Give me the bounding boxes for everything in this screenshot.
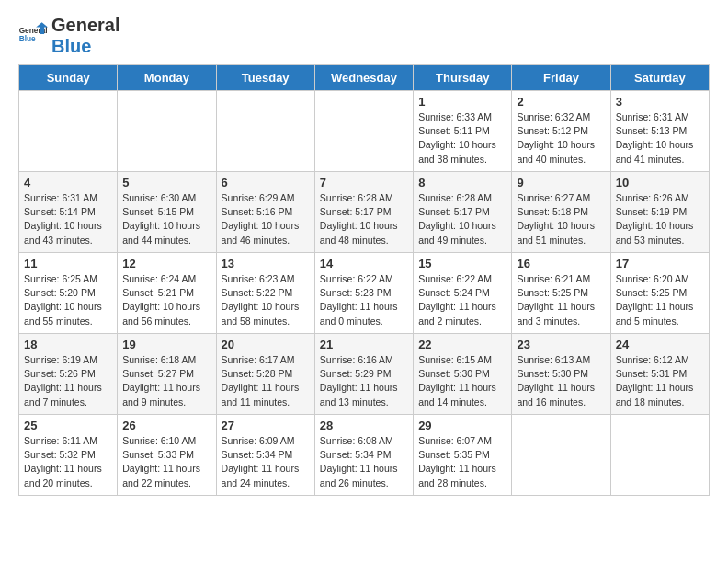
day-number: 17 xyxy=(616,257,704,270)
day-info: Sunrise: 6:31 AM Sunset: 5:14 PM Dayligh… xyxy=(24,191,112,247)
calendar-body: 1Sunrise: 6:33 AM Sunset: 5:11 PM Daylig… xyxy=(19,91,710,496)
calendar-table: SundayMondayTuesdayWednesdayThursdayFrid… xyxy=(18,64,710,496)
day-info: Sunrise: 6:22 AM Sunset: 5:24 PM Dayligh… xyxy=(418,272,506,328)
day-info: Sunrise: 6:26 AM Sunset: 5:19 PM Dayligh… xyxy=(616,191,704,247)
day-number: 25 xyxy=(24,419,112,432)
day-info: Sunrise: 6:25 AM Sunset: 5:20 PM Dayligh… xyxy=(24,272,112,328)
day-info: Sunrise: 6:16 AM Sunset: 5:29 PM Dayligh… xyxy=(320,353,408,409)
calendar-cell: 25Sunrise: 6:11 AM Sunset: 5:32 PM Dayli… xyxy=(19,415,118,496)
day-of-week-header: Sunday xyxy=(19,65,118,91)
day-info: Sunrise: 6:30 AM Sunset: 5:15 PM Dayligh… xyxy=(122,191,210,247)
calendar-cell: 27Sunrise: 6:09 AM Sunset: 5:34 PM Dayli… xyxy=(216,415,314,496)
calendar-cell: 13Sunrise: 6:23 AM Sunset: 5:22 PM Dayli… xyxy=(216,253,314,334)
day-info: Sunrise: 6:28 AM Sunset: 5:17 PM Dayligh… xyxy=(320,191,408,247)
day-of-week-header: Monday xyxy=(118,65,216,91)
calendar-cell: 8Sunrise: 6:28 AM Sunset: 5:17 PM Daylig… xyxy=(414,172,512,253)
calendar-cell: 15Sunrise: 6:22 AM Sunset: 5:24 PM Dayli… xyxy=(414,253,512,334)
day-number: 22 xyxy=(418,338,506,351)
day-of-week-header: Saturday xyxy=(610,65,709,91)
calendar-cell: 19Sunrise: 6:18 AM Sunset: 5:27 PM Dayli… xyxy=(118,334,216,415)
day-info: Sunrise: 6:28 AM Sunset: 5:17 PM Dayligh… xyxy=(418,191,506,247)
calendar-cell: 1Sunrise: 6:33 AM Sunset: 5:11 PM Daylig… xyxy=(414,91,512,172)
calendar-cell: 2Sunrise: 6:32 AM Sunset: 5:12 PM Daylig… xyxy=(512,91,610,172)
calendar-cell: 9Sunrise: 6:27 AM Sunset: 5:18 PM Daylig… xyxy=(512,172,610,253)
day-number: 12 xyxy=(122,257,210,270)
day-info: Sunrise: 6:12 AM Sunset: 5:31 PM Dayligh… xyxy=(616,353,704,409)
day-info: Sunrise: 6:10 AM Sunset: 5:33 PM Dayligh… xyxy=(122,434,210,490)
day-info: Sunrise: 6:24 AM Sunset: 5:21 PM Dayligh… xyxy=(122,272,210,328)
day-info: Sunrise: 6:13 AM Sunset: 5:30 PM Dayligh… xyxy=(517,353,605,409)
calendar-week-row: 4Sunrise: 6:31 AM Sunset: 5:14 PM Daylig… xyxy=(19,172,710,253)
calendar-cell xyxy=(216,91,314,172)
calendar-cell: 3Sunrise: 6:31 AM Sunset: 5:13 PM Daylig… xyxy=(610,91,709,172)
calendar-cell xyxy=(118,91,216,172)
calendar-cell: 21Sunrise: 6:16 AM Sunset: 5:29 PM Dayli… xyxy=(314,334,413,415)
day-number: 19 xyxy=(122,338,210,351)
calendar-cell: 10Sunrise: 6:26 AM Sunset: 5:19 PM Dayli… xyxy=(610,172,709,253)
calendar-cell xyxy=(19,91,118,172)
calendar-cell: 11Sunrise: 6:25 AM Sunset: 5:20 PM Dayli… xyxy=(19,253,118,334)
calendar-cell: 20Sunrise: 6:17 AM Sunset: 5:28 PM Dayli… xyxy=(216,334,314,415)
calendar-cell: 14Sunrise: 6:22 AM Sunset: 5:23 PM Dayli… xyxy=(314,253,413,334)
day-of-week-header: Tuesday xyxy=(216,65,314,91)
calendar-cell xyxy=(610,415,709,496)
day-number: 28 xyxy=(320,419,408,432)
day-info: Sunrise: 6:32 AM Sunset: 5:12 PM Dayligh… xyxy=(517,110,605,167)
day-number: 7 xyxy=(320,176,408,190)
day-number: 11 xyxy=(24,257,112,270)
day-number: 5 xyxy=(122,176,210,190)
calendar-cell: 22Sunrise: 6:15 AM Sunset: 5:30 PM Dayli… xyxy=(414,334,512,415)
logo-icon: General Blue xyxy=(18,21,48,51)
day-number: 16 xyxy=(517,257,605,270)
calendar-week-row: 18Sunrise: 6:19 AM Sunset: 5:26 PM Dayli… xyxy=(19,334,710,415)
calendar-cell: 29Sunrise: 6:07 AM Sunset: 5:35 PM Dayli… xyxy=(414,415,512,496)
calendar-cell xyxy=(512,415,610,496)
day-number: 9 xyxy=(517,176,605,190)
day-info: Sunrise: 6:17 AM Sunset: 5:28 PM Dayligh… xyxy=(222,353,310,409)
day-info: Sunrise: 6:09 AM Sunset: 5:34 PM Dayligh… xyxy=(222,434,310,490)
day-number: 14 xyxy=(320,257,408,270)
calendar-week-row: 11Sunrise: 6:25 AM Sunset: 5:20 PM Dayli… xyxy=(19,253,710,334)
day-info: Sunrise: 6:31 AM Sunset: 5:13 PM Dayligh… xyxy=(616,110,704,167)
day-of-week-header: Thursday xyxy=(414,65,512,91)
day-number: 13 xyxy=(222,257,310,270)
day-info: Sunrise: 6:07 AM Sunset: 5:35 PM Dayligh… xyxy=(418,434,506,490)
calendar-cell: 26Sunrise: 6:10 AM Sunset: 5:33 PM Dayli… xyxy=(118,415,216,496)
day-of-week-header: Wednesday xyxy=(314,65,413,91)
calendar-cell: 7Sunrise: 6:28 AM Sunset: 5:17 PM Daylig… xyxy=(314,172,413,253)
day-number: 21 xyxy=(320,338,408,351)
day-number: 24 xyxy=(616,338,704,351)
day-info: Sunrise: 6:29 AM Sunset: 5:16 PM Dayligh… xyxy=(222,191,310,247)
logo-text-container: General Blue xyxy=(51,15,119,57)
day-number: 2 xyxy=(517,95,605,109)
day-number: 27 xyxy=(222,419,310,432)
logo: General Blue General Blue xyxy=(18,15,119,57)
calendar-cell: 17Sunrise: 6:20 AM Sunset: 5:25 PM Dayli… xyxy=(610,253,709,334)
day-number: 1 xyxy=(418,95,506,109)
calendar-cell: 24Sunrise: 6:12 AM Sunset: 5:31 PM Dayli… xyxy=(610,334,709,415)
day-info: Sunrise: 6:33 AM Sunset: 5:11 PM Dayligh… xyxy=(418,110,506,167)
calendar-week-row: 25Sunrise: 6:11 AM Sunset: 5:32 PM Dayli… xyxy=(19,415,710,496)
day-info: Sunrise: 6:18 AM Sunset: 5:27 PM Dayligh… xyxy=(122,353,210,409)
svg-text:Blue: Blue xyxy=(19,34,36,43)
logo-blue: Blue xyxy=(51,36,91,56)
day-number: 26 xyxy=(122,419,210,432)
calendar-cell: 5Sunrise: 6:30 AM Sunset: 5:15 PM Daylig… xyxy=(118,172,216,253)
day-info: Sunrise: 6:15 AM Sunset: 5:30 PM Dayligh… xyxy=(418,353,506,409)
day-info: Sunrise: 6:19 AM Sunset: 5:26 PM Dayligh… xyxy=(24,353,112,409)
day-info: Sunrise: 6:21 AM Sunset: 5:25 PM Dayligh… xyxy=(517,272,605,328)
day-number: 18 xyxy=(24,338,112,351)
calendar-cell xyxy=(314,91,413,172)
day-number: 4 xyxy=(24,176,112,190)
day-of-week-header: Friday xyxy=(512,65,610,91)
calendar-cell: 28Sunrise: 6:08 AM Sunset: 5:34 PM Dayli… xyxy=(314,415,413,496)
calendar-cell: 4Sunrise: 6:31 AM Sunset: 5:14 PM Daylig… xyxy=(19,172,118,253)
calendar-cell: 23Sunrise: 6:13 AM Sunset: 5:30 PM Dayli… xyxy=(512,334,610,415)
day-number: 23 xyxy=(517,338,605,351)
calendar-cell: 16Sunrise: 6:21 AM Sunset: 5:25 PM Dayli… xyxy=(512,253,610,334)
day-info: Sunrise: 6:20 AM Sunset: 5:25 PM Dayligh… xyxy=(616,272,704,328)
day-info: Sunrise: 6:27 AM Sunset: 5:18 PM Dayligh… xyxy=(517,191,605,247)
calendar-cell: 18Sunrise: 6:19 AM Sunset: 5:26 PM Dayli… xyxy=(19,334,118,415)
day-number: 10 xyxy=(616,176,704,190)
day-info: Sunrise: 6:08 AM Sunset: 5:34 PM Dayligh… xyxy=(320,434,408,490)
